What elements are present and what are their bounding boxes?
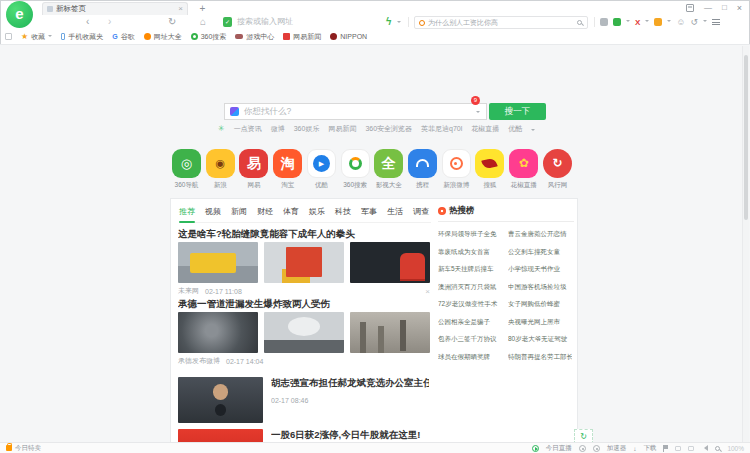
news-image-machinery[interactable] — [264, 242, 344, 283]
bookmark-item[interactable]: 网址大全 — [144, 32, 182, 42]
menu-icon[interactable] — [712, 19, 720, 25]
tab-entertainment[interactable]: 娱乐 — [309, 206, 325, 217]
tab-tech[interactable]: 科技 — [335, 206, 351, 217]
refresh-links-icon[interactable]: ✳ — [218, 125, 225, 133]
accelerator-icon[interactable] — [593, 445, 600, 452]
site-shortcut-360search[interactable]: 360搜索 — [339, 149, 372, 190]
hot-search-item[interactable]: 央视曝光网上黑市 — [508, 313, 572, 331]
search-button[interactable]: 搜一下 — [489, 103, 546, 120]
restore-session-icon[interactable]: ↺ — [691, 18, 699, 27]
favorites-menu[interactable]: ★ 收藏 — [21, 32, 52, 42]
hot-link[interactable]: 网易新闻 — [328, 124, 356, 134]
site-shortcut-sohu[interactable]: 搜狐 — [473, 149, 506, 190]
toolbar-search-input[interactable]: 为什么别人工资比你高 — [414, 16, 588, 29]
funshion-swirl-icon[interactable]: ↻ — [543, 149, 572, 178]
tab-news[interactable]: 新闻 — [231, 206, 247, 217]
site-shortcut-huajiao[interactable]: ✿花椒直播 — [507, 149, 540, 190]
site-shortcut-ctrip[interactable]: 携程 — [406, 149, 439, 190]
hot-search-item[interactable]: 澳洲消灭百万只袋鼠 — [438, 278, 502, 296]
chevron-down-icon[interactable] — [645, 20, 649, 24]
bookmark-item[interactable]: 游戏中心 — [235, 32, 274, 42]
search-magnifier-icon[interactable] — [577, 20, 582, 25]
daily-deals-button[interactable]: 今日特卖 — [6, 444, 41, 453]
hot-link[interactable]: 360娱乐 — [294, 124, 320, 134]
hot-search-item[interactable]: 曹云金唐菀公开恋情 — [508, 225, 572, 243]
dismiss-news-icon[interactable]: × — [425, 287, 430, 296]
clipboard-icon[interactable] — [688, 446, 694, 451]
live-play-icon[interactable] — [532, 445, 539, 452]
video-collection-icon[interactable]: 全 — [374, 149, 403, 178]
hot-search-item[interactable]: 靠废纸成为女首富 — [438, 243, 502, 261]
chevron-down-icon[interactable] — [626, 20, 630, 24]
hot-search-item[interactable]: 女子网购低价蜂蜜 — [508, 295, 572, 313]
tab-investigate[interactable]: 调查 — [413, 206, 429, 217]
site-shortcut-yingshi[interactable]: 全影视大全 — [372, 149, 405, 190]
hot-search-item[interactable]: 小学惊现天书作业 — [508, 260, 572, 278]
site-shortcut-netease[interactable]: 易网易 — [237, 149, 270, 190]
hot-link[interactable]: 360安全浏览器 — [365, 124, 412, 134]
bookmark-item[interactable]: G谷歌 — [112, 32, 134, 42]
hot-search-item[interactable]: 新车5天挂牌后撞车 — [438, 260, 502, 278]
new-tab-button[interactable]: + — [196, 2, 209, 15]
news-image-street[interactable] — [350, 312, 430, 353]
site-shortcut-funshion[interactable]: ↻风行网 — [541, 149, 574, 190]
hot-link[interactable]: 微博 — [271, 124, 285, 134]
address-bar[interactable]: 搜索或输入网址 — [237, 15, 293, 29]
tab-sports[interactable]: 体育 — [283, 206, 299, 217]
netease-icon[interactable]: 易 — [239, 149, 268, 178]
youku-play-icon[interactable]: ▶ — [307, 149, 336, 178]
hot-search-item[interactable]: 包养小三签千万协议 — [438, 330, 502, 348]
game-extension-icon[interactable] — [654, 18, 662, 26]
speaker-icon[interactable] — [701, 445, 708, 451]
zoom-level[interactable]: 100% — [727, 445, 744, 452]
timer-icon[interactable] — [579, 445, 586, 452]
accelerator-label[interactable]: 加速器 — [607, 444, 627, 453]
360search-ring-icon[interactable] — [341, 149, 370, 178]
news-image-smoke[interactable] — [178, 312, 258, 353]
chevron-down-icon[interactable] — [667, 20, 671, 24]
news-thumbnails[interactable] — [178, 312, 430, 353]
download-arrow-icon[interactable]: ↓ — [633, 445, 636, 452]
news-image-explosion[interactable] — [264, 312, 344, 353]
maximize-icon[interactable]: □ — [722, 3, 727, 13]
live-label[interactable]: 今日直播 — [546, 444, 572, 453]
more-links-chevron-icon[interactable] — [531, 129, 535, 133]
360nav-icon[interactable]: ◎ — [172, 149, 201, 178]
tab-finance[interactable]: 财经 — [257, 206, 273, 217]
tab-military[interactable]: 军事 — [361, 206, 377, 217]
hot-link[interactable]: 英菲尼迪q70l — [421, 124, 462, 134]
bolt-chevron-down-icon[interactable] — [397, 21, 401, 25]
bookmark-item[interactable]: 手机收藏夹 — [61, 32, 103, 42]
news-image-tire[interactable] — [350, 242, 430, 283]
site-shortcut-360nav[interactable]: ◎360导航 — [170, 149, 203, 190]
hand-gesture-icon[interactable] — [600, 18, 608, 26]
tab-recommend[interactable]: 推荐 — [179, 206, 195, 217]
security-shield-icon[interactable]: ✓ — [223, 17, 232, 27]
hot-link[interactable]: 优酷 — [508, 124, 522, 134]
news-image-politician[interactable] — [178, 377, 263, 423]
flag-icon[interactable] — [663, 445, 668, 449]
hot-search-item[interactable]: 公交刹车撞死女童 — [508, 243, 572, 261]
news-headline[interactable]: 胡志强宣布担任郝龙斌竞选办公室主任 — [271, 377, 429, 390]
huajiao-flower-icon[interactable]: ✿ — [509, 149, 538, 178]
search-chevron-down-icon[interactable] — [476, 111, 480, 115]
news-image-truck[interactable] — [178, 242, 258, 283]
browser-logo-icon[interactable]: e — [6, 1, 33, 28]
hot-search-item[interactable]: 球员在假期晒奖牌 — [438, 348, 502, 366]
hot-search-item[interactable]: 公园相亲全是骗子 — [438, 313, 502, 331]
forward-icon[interactable]: › — [108, 15, 111, 29]
refresh-icon[interactable]: ↻ — [168, 15, 176, 29]
tab-new-page[interactable]: 新标签页 × — [42, 2, 188, 15]
news-headline[interactable]: 这是啥车?轮胎缝隙竟能容下成年人的拳头 — [178, 228, 430, 241]
chat-extension-icon[interactable] — [613, 18, 621, 26]
site-shortcut-sina[interactable]: ◉新浪 — [204, 149, 237, 190]
ctrip-dolphin-icon[interactable] — [408, 149, 437, 178]
weibo-eye-icon[interactable] — [442, 149, 471, 178]
zoom-magnifier-icon[interactable] — [715, 446, 720, 451]
bookmark-item[interactable]: 360搜索 — [191, 32, 227, 42]
toolbar-search-text[interactable]: 为什么别人工资比你高 — [428, 18, 498, 28]
speed-bolt-icon[interactable]: ϟ — [386, 15, 391, 29]
news-headline[interactable]: 承德一管道泄漏发生爆炸致两人受伤 — [178, 298, 430, 311]
thunder-x-extension-icon[interactable]: X — [635, 18, 640, 27]
site-shortcut-youku[interactable]: ▶优酷 — [305, 149, 338, 190]
